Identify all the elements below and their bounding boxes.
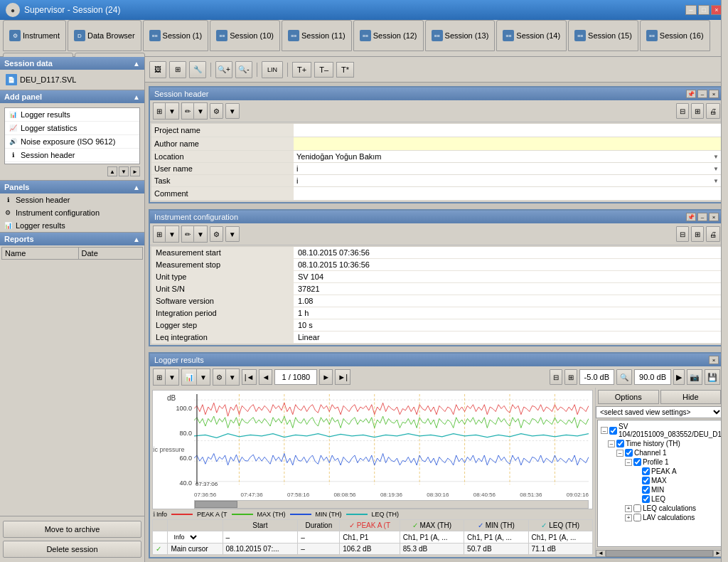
add-panel-item-logger-results[interactable]: 📊 Logger results xyxy=(5,108,139,122)
tree-lav-calc-item[interactable]: + LAV calculations xyxy=(599,513,719,522)
logger-chart-dropdown-button[interactable]: ▼ xyxy=(197,369,210,385)
instrument-config-settings-dropdown-button[interactable]: ▼ xyxy=(225,226,240,242)
tab-session-12[interactable]: ≡≡ Session (12) xyxy=(353,20,424,51)
panels-item-instrument-config[interactable]: ⚙ Instrument configuration xyxy=(0,206,144,219)
tab-session-13[interactable]: ≡≡ Session (13) xyxy=(425,20,496,51)
project-name-input[interactable] xyxy=(296,125,719,135)
tab-instrument[interactable]: ⚙ Instrument xyxy=(3,20,66,51)
add-panel-item-session-header[interactable]: ℹ Session header xyxy=(5,149,139,162)
tree-leq-calc-checkbox[interactable] xyxy=(633,504,641,512)
instrument-config-layout2-button[interactable]: ⊞ xyxy=(691,226,704,242)
session-header-dropdown-button[interactable]: ▼ xyxy=(166,103,178,119)
tab-session-15[interactable]: ≡≡ Session (15) xyxy=(568,20,638,51)
chart-scroll-thumb[interactable] xyxy=(195,501,237,508)
scroll-down-button[interactable]: ▼ xyxy=(119,166,129,176)
logger-next-button[interactable]: ► xyxy=(319,369,333,385)
move-archive-button[interactable]: Move to archive xyxy=(3,521,141,538)
tree-leq-calc-expand[interactable]: + xyxy=(625,505,632,512)
logger-results-close-button[interactable]: × xyxy=(709,356,719,364)
toolbar-btn-3[interactable]: 🔧 xyxy=(189,61,206,78)
tree-time-history-item[interactable]: – Time history (TH) xyxy=(599,439,719,448)
tree-max-checkbox[interactable] xyxy=(642,477,650,484)
instrument-config-grid-button[interactable]: ⊞ xyxy=(154,226,166,242)
tree-leq-checkbox[interactable] xyxy=(642,495,650,503)
tree-leq-calc-item[interactable]: + LEQ calculations xyxy=(599,504,719,513)
tree-time-history-checkbox[interactable] xyxy=(616,440,624,447)
instrument-config-close-button[interactable]: × xyxy=(709,213,719,221)
right-panel-scrollbar[interactable]: ◄ ► xyxy=(596,548,723,557)
task-dropdown[interactable]: i ▼ xyxy=(296,176,719,185)
username-dropdown[interactable]: i ▼ xyxy=(296,164,719,173)
logger-layout1-button[interactable]: ⊟ xyxy=(550,369,562,385)
logger-chart-button[interactable]: 📊 xyxy=(182,369,197,385)
tree-lav-calc-checkbox[interactable] xyxy=(633,514,641,521)
author-name-input[interactable] xyxy=(296,139,719,149)
scroll-right-button[interactable]: ► xyxy=(130,166,140,176)
logger-view-button[interactable]: ⊞ xyxy=(154,369,166,385)
tree-channel1-checkbox[interactable] xyxy=(625,449,633,457)
tree-root-checkbox[interactable] xyxy=(609,427,617,435)
chart-horizontal-scrollbar[interactable] xyxy=(194,500,589,509)
instrument-config-minimize-button[interactable]: – xyxy=(697,213,707,221)
toolbar-zoom-in-button[interactable]: 🔍+ xyxy=(215,61,232,78)
tree-min-checkbox[interactable] xyxy=(642,486,650,494)
tree-peak-a-item[interactable]: PEAK A xyxy=(599,467,719,476)
toolbar-btn-1[interactable]: 🖼 xyxy=(149,61,166,78)
add-panel-item-noise-exposure[interactable]: 🔊 Noise exposure (ISO 9612) xyxy=(5,135,139,149)
saved-view-settings-dropdown[interactable]: <select saved view settings> xyxy=(596,406,723,418)
toolbar-zoom-out-button[interactable]: 🔍- xyxy=(235,61,252,78)
panels-item-session-header[interactable]: ℹ Session header xyxy=(0,193,144,206)
session-header-pin-button[interactable]: 📌 xyxy=(686,90,696,98)
tree-root-item[interactable]: – SV 104/20151009_083552/DEU_D1... xyxy=(599,422,719,439)
minimize-button[interactable]: – xyxy=(685,5,697,15)
logger-last-button[interactable]: ►| xyxy=(335,369,350,385)
tree-channel1-item[interactable]: – Channel 1 xyxy=(599,448,719,457)
tab-session-14[interactable]: ≡≡ Session (14) xyxy=(496,20,567,51)
logger-prev-button[interactable]: ◄ xyxy=(259,369,272,385)
tree-channel1-expand[interactable]: – xyxy=(616,450,623,457)
tree-max-item[interactable]: MAX xyxy=(599,476,719,485)
tree-profile1-checkbox[interactable] xyxy=(633,458,641,466)
session-header-print-button[interactable]: 🖨 xyxy=(706,103,720,119)
scroll-up-button[interactable]: ▲ xyxy=(107,166,117,176)
comment-input[interactable] xyxy=(296,189,719,198)
logger-settings-button[interactable]: ⚙ xyxy=(213,369,226,385)
logger-zoom-icon[interactable]: 🔍 xyxy=(616,369,632,385)
tree-profile1-expand[interactable]: – xyxy=(625,459,632,466)
session-header-settings-button[interactable]: ⚙ xyxy=(210,103,223,119)
logger-view-dropdown-button[interactable]: ▼ xyxy=(166,369,178,385)
session-header-layout1-button[interactable]: ⊟ xyxy=(676,103,689,119)
logger-layout2-button[interactable]: ⊞ xyxy=(564,369,577,385)
tree-peak-a-checkbox[interactable] xyxy=(642,467,650,475)
logger-first-button[interactable]: |◄ xyxy=(242,369,257,385)
toolbar-t-minus-button[interactable]: T– xyxy=(314,62,333,78)
toolbar-t-star-button[interactable]: T* xyxy=(336,62,354,78)
logger-snapshot-button[interactable]: 📷 xyxy=(687,369,702,385)
session-header-edit-dropdown-button[interactable]: ▼ xyxy=(194,103,207,119)
tree-root-expand[interactable]: – xyxy=(601,427,608,434)
instrument-config-edit-button[interactable]: ✏ xyxy=(182,226,194,242)
instrument-config-settings-button[interactable]: ⚙ xyxy=(210,226,223,242)
reports-collapse-button[interactable]: ▲ xyxy=(133,235,140,243)
instrument-config-print-button[interactable]: 🖨 xyxy=(706,226,720,242)
tab-session-10[interactable]: ≡≡ Session (10) xyxy=(210,20,280,51)
maximize-button[interactable]: □ xyxy=(698,5,710,15)
panels-collapse-button[interactable]: ▲ xyxy=(133,184,140,191)
hide-button[interactable]: Hide xyxy=(660,390,722,404)
instrument-config-pin-button[interactable]: 📌 xyxy=(686,213,696,221)
session-header-grid-button[interactable]: ⊞ xyxy=(154,103,166,119)
logger-export-button[interactable]: 💾 xyxy=(705,369,720,385)
tree-leq-item[interactable]: LEQ xyxy=(599,494,719,504)
add-panel-collapse-button[interactable]: ▲ xyxy=(133,93,140,101)
panels-item-logger-results[interactable]: 📊 Logger results xyxy=(0,219,144,232)
session-header-edit-button[interactable]: ✏ xyxy=(182,103,194,119)
location-dropdown[interactable]: Yenidoğan Yoğun Bakım ▼ xyxy=(296,152,719,161)
toolbar-t-plus-button[interactable]: T+ xyxy=(292,62,311,78)
delete-session-button[interactable]: Delete session xyxy=(3,541,141,558)
session-header-minimize-button[interactable]: – xyxy=(697,90,707,98)
tree-min-item[interactable]: MIN xyxy=(599,485,719,494)
session-header-close-button[interactable]: × xyxy=(709,90,719,98)
tree-profile1-item[interactable]: – Profile 1 xyxy=(599,457,719,467)
session-data-collapse-button[interactable]: ▲ xyxy=(133,60,140,68)
toolbar-btn-2[interactable]: ⊞ xyxy=(169,61,186,78)
